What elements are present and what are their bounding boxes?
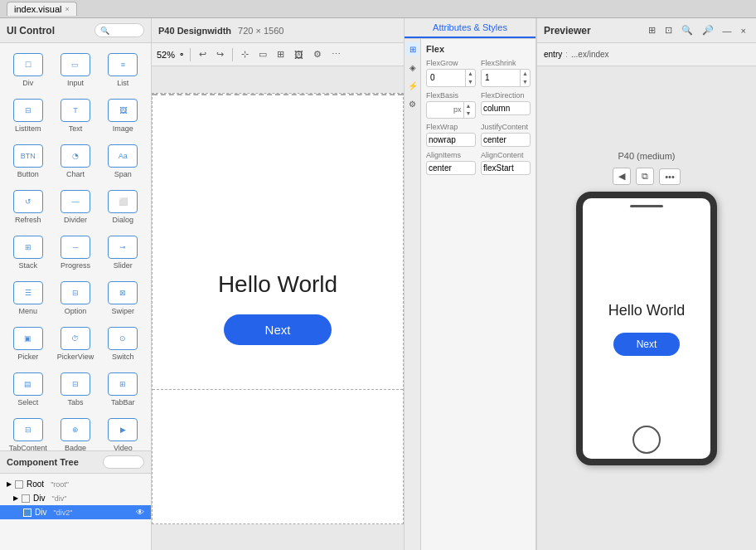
comp-label-listitem: ListItem (15, 124, 41, 133)
component-button[interactable]: ⊞ (274, 47, 288, 61)
tab-attributes-styles[interactable]: Attributes & Styles (405, 18, 536, 38)
flex-direction-select-wrap: column row row-reverse column-reverse (481, 101, 531, 115)
canvas-bottom-divider (153, 389, 403, 391)
event-icon[interactable]: ⚡ (406, 79, 419, 92)
component-grid: ☐Div▭Input≡List⊟ListItemTText🖼ImageBTNBu… (0, 43, 151, 450)
grid-view-button[interactable]: ⊞ (645, 23, 659, 37)
canvas-area[interactable]: Hello World Next (152, 66, 404, 550)
comp-item-slider[interactable]: ⊸Slider (100, 231, 146, 275)
tree-item-label: Div (33, 494, 45, 503)
flex-wrap-select[interactable]: nowrap wrap wrap-reverse (427, 134, 475, 146)
comp-item-stack[interactable]: ⊞Stack (5, 231, 51, 275)
comp-icon-option: ⊟ (61, 281, 90, 304)
comp-icon-div: ☐ (13, 53, 43, 76)
comp-label-slider: Slider (114, 261, 133, 270)
comp-item-picker[interactable]: ▣Picker (5, 322, 51, 366)
comp-item-span[interactable]: AaSpan (100, 139, 146, 183)
flex-direction-select[interactable]: column row row-reverse column-reverse (482, 102, 530, 114)
flex-shrink-up[interactable]: ▲ (521, 70, 530, 78)
flex-grow-down[interactable]: ▼ (466, 78, 475, 86)
visibility-toggle-icon[interactable]: 👁 (136, 508, 144, 517)
comp-item-input[interactable]: ▭Input (52, 48, 98, 92)
align-content-select[interactable]: flexStart center flex-end stretch (482, 162, 530, 174)
comp-item-image[interactable]: 🖼Image (100, 94, 146, 138)
tree-row-div[interactable]: ▶Div"div" (0, 491, 151, 505)
tree-title: Component Tree (7, 457, 79, 467)
comp-item-tabs[interactable]: ⊟Tabs (52, 367, 98, 411)
tree-color-indicator (15, 480, 23, 489)
attr-section-flex-title: Flex (426, 44, 531, 54)
comp-item-div[interactable]: ☐Div (5, 48, 51, 92)
close-previewer-button[interactable]: × (738, 24, 749, 37)
component-search-box[interactable]: 🔍 (94, 23, 144, 37)
comp-icon-listitem: ⊟ (13, 99, 43, 122)
zoom-in-button[interactable]: 🔎 (699, 23, 717, 37)
redo-button[interactable]: ↪ (213, 47, 227, 61)
preview-more-button[interactable]: ••• (659, 168, 681, 185)
tree-item-label: Div (35, 508, 46, 517)
canvas-header-title: P40 Designwidth (158, 26, 231, 36)
image-button[interactable]: 🖼 (291, 48, 307, 61)
comp-item-listitem[interactable]: ⊟ListItem (5, 94, 51, 138)
tree-expand-icon[interactable]: ▶ (7, 480, 12, 488)
preview-back-button[interactable]: ◀ (613, 168, 631, 185)
more-button[interactable]: ⋯ (328, 47, 344, 61)
tree-search-input[interactable] (103, 455, 144, 469)
comp-item-progress[interactable]: ─Progress (52, 231, 98, 275)
tree-row-root[interactable]: ▶Root"root" (0, 477, 151, 491)
comp-item-refresh[interactable]: ↺Refresh (5, 185, 51, 229)
settings-button[interactable]: ⚙ (310, 47, 325, 61)
flex-basis-up[interactable]: ▲ (464, 102, 473, 110)
zoom-out-button[interactable]: 🔍 (678, 23, 696, 37)
search-icon: 🔍 (100, 27, 109, 35)
flex-grow-input[interactable] (427, 71, 465, 84)
close-icon[interactable]: × (65, 5, 69, 13)
comp-item-button[interactable]: BTNButton (5, 139, 51, 183)
comp-item-divider[interactable]: —Divider (52, 185, 98, 229)
flex-shrink-down[interactable]: ▼ (521, 78, 530, 86)
flex-basis-down[interactable]: ▼ (464, 110, 473, 118)
component-icon[interactable]: ⚙ (406, 97, 419, 110)
comp-label-select: Select (17, 398, 38, 406)
minimize-button[interactable]: — (720, 24, 735, 37)
preview-copy-button[interactable]: ⧉ (636, 168, 654, 185)
toolbar-separator-2 (232, 48, 233, 61)
comp-item-video[interactable]: ▶Video (100, 413, 146, 450)
comp-item-swiper[interactable]: ⊠Swiper (100, 276, 146, 320)
comp-item-text[interactable]: TText (52, 94, 98, 138)
attr-content: Flex FlexGrow ▲ ▼ FlexShrink (421, 39, 536, 550)
flex-shrink-input[interactable] (482, 71, 520, 84)
comp-icon-input: ▭ (61, 53, 90, 76)
tree-row-div2[interactable]: Div"div2"👁 (0, 505, 151, 519)
comp-item-chart[interactable]: ◔Chart (52, 139, 98, 183)
comp-item-dialog[interactable]: ⬜Dialog (100, 185, 146, 229)
component-search-input[interactable] (112, 26, 145, 35)
title-tab[interactable]: index.visual × (7, 2, 77, 16)
tree-expand-icon[interactable]: ▶ (13, 494, 18, 502)
frame-button[interactable]: ▭ (255, 47, 270, 61)
flex-basis-input[interactable] (427, 104, 452, 116)
justify-content-select[interactable]: center flex-start flex-end space-between… (482, 134, 530, 146)
comp-item-badge[interactable]: ⊕Badge (52, 413, 98, 450)
comp-label-option: Option (65, 307, 87, 315)
comp-item-pickerview[interactable]: ⏱PickerView (52, 322, 98, 366)
select-button[interactable]: ⊹ (238, 47, 252, 61)
comp-item-tabbar[interactable]: ⊞TabBar (100, 367, 146, 411)
align-items-select[interactable]: center flex-start flex-end stretch (427, 162, 475, 174)
comp-item-select[interactable]: ▤Select (5, 367, 51, 411)
canvas-top-divider (153, 94, 403, 95)
phone-next-button[interactable]: Next (613, 333, 681, 356)
style-icon[interactable]: ◈ (406, 61, 419, 74)
fit-button[interactable]: ⊡ (662, 23, 676, 37)
comp-item-menu[interactable]: ☰Menu (5, 276, 51, 320)
flex-grow-input-wrap: ▲ ▼ (426, 69, 476, 87)
flex-grow-up[interactable]: ▲ (466, 70, 475, 78)
comp-item-list[interactable]: ≡List (100, 48, 146, 92)
comp-item-tabcontent[interactable]: ⊟TabContent (5, 413, 51, 450)
canvas-next-button[interactable]: Next (224, 314, 332, 345)
undo-button[interactable]: ↩ (196, 47, 210, 61)
attr-side-icons: ⊞ ◈ ⚡ ⚙ (405, 39, 421, 550)
comp-item-switch[interactable]: ⊙Switch (100, 322, 146, 366)
layout-icon[interactable]: ⊞ (406, 42, 419, 56)
comp-item-option[interactable]: ⊟Option (52, 276, 98, 320)
